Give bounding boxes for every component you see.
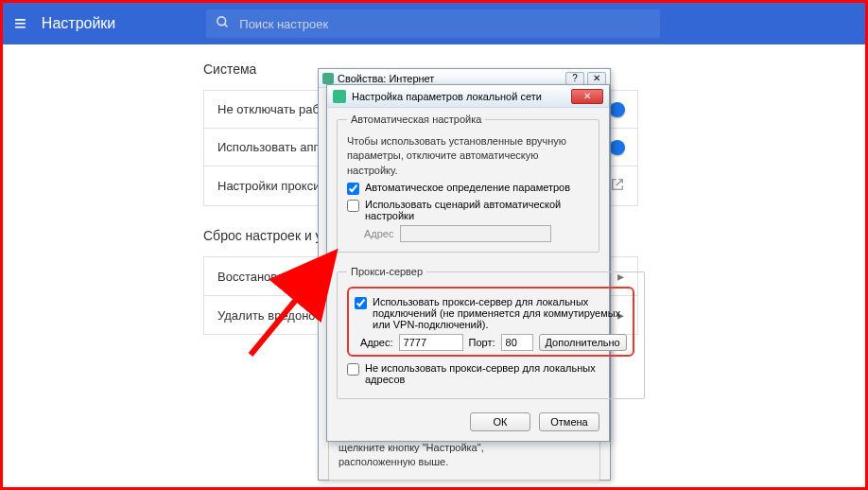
bypass-local-checkbox[interactable]	[347, 363, 359, 376]
search-icon	[216, 15, 230, 32]
autodetect-row[interactable]: Автоматическое определение параметров	[347, 182, 589, 195]
row-label: Восстановление на	[217, 270, 328, 284]
page-title: Настройки	[42, 15, 115, 32]
lan-settings-dialog: Настройка параметров локальной сети ✕ Ав…	[326, 84, 610, 442]
ok-button[interactable]: ОК	[470, 412, 530, 431]
search-container	[206, 9, 660, 38]
dialog-title: Настройка параметров локальной сети	[352, 91, 542, 102]
autodetect-label: Автоматическое определение параметров	[365, 182, 570, 193]
cancel-button[interactable]: Отмена	[539, 412, 599, 431]
proxy-port-label: Порт:	[469, 337, 495, 348]
proxy-fieldset: Прокси-сервер Использовать прокси-сервер…	[337, 266, 645, 399]
titlebar: Настройка параметров локальной сети ✕	[327, 85, 609, 108]
use-script-checkbox[interactable]	[347, 200, 359, 212]
close-icon[interactable]: ✕	[587, 72, 606, 85]
svg-line-1	[225, 24, 228, 26]
use-proxy-label: Использовать прокси-сервер для локальных…	[373, 296, 627, 330]
bypass-local-label: Не использовать прокси-сервер для локаль…	[365, 362, 634, 385]
proxy-port-input[interactable]	[501, 334, 533, 351]
script-address-label: Адрес	[364, 228, 394, 239]
close-icon[interactable]: ✕	[571, 89, 603, 104]
help-button[interactable]: ?	[565, 72, 584, 85]
topbar: ≡ Настройки	[3, 3, 865, 44]
script-address-input	[400, 225, 551, 242]
svg-point-0	[217, 17, 226, 26]
use-proxy-checkbox[interactable]	[355, 297, 367, 309]
proxy-highlight-box: Использовать прокси-сервер для локальных…	[347, 287, 634, 357]
open-external-icon	[611, 178, 624, 194]
row-label: Не отключать рабо	[217, 102, 326, 116]
menu-icon[interactable]: ≡	[14, 11, 26, 36]
search-input[interactable]	[239, 17, 651, 31]
auto-config-fieldset: Автоматическая настройка Чтобы использов…	[337, 114, 599, 253]
row-label: Использовать аппа	[217, 140, 327, 154]
auto-note: Чтобы использовать установленные вручную…	[347, 134, 589, 178]
proxy-address-label: Адрес:	[360, 337, 393, 348]
window-icon	[322, 73, 334, 84]
use-script-row[interactable]: Использовать сценарий автоматической нас…	[347, 199, 589, 221]
fieldset-legend: Прокси-сервер	[347, 266, 426, 277]
proxy-address-input[interactable]	[399, 334, 463, 351]
fieldset-legend: Автоматическая настройка	[347, 114, 485, 125]
use-script-label: Использовать сценарий автоматической нас…	[365, 199, 589, 221]
row-label: Настройки прокси-с	[217, 179, 330, 193]
advanced-button[interactable]: Дополнительно	[539, 334, 627, 351]
window-icon	[333, 90, 346, 103]
use-proxy-row[interactable]: Использовать прокси-сервер для локальных…	[355, 296, 627, 330]
bypass-local-row[interactable]: Не использовать прокси-сервер для локаль…	[347, 362, 634, 385]
window-title: Свойства: Интернет	[338, 73, 434, 84]
row-label: Удалить вредоносн	[217, 308, 328, 323]
autodetect-checkbox[interactable]	[347, 183, 359, 195]
